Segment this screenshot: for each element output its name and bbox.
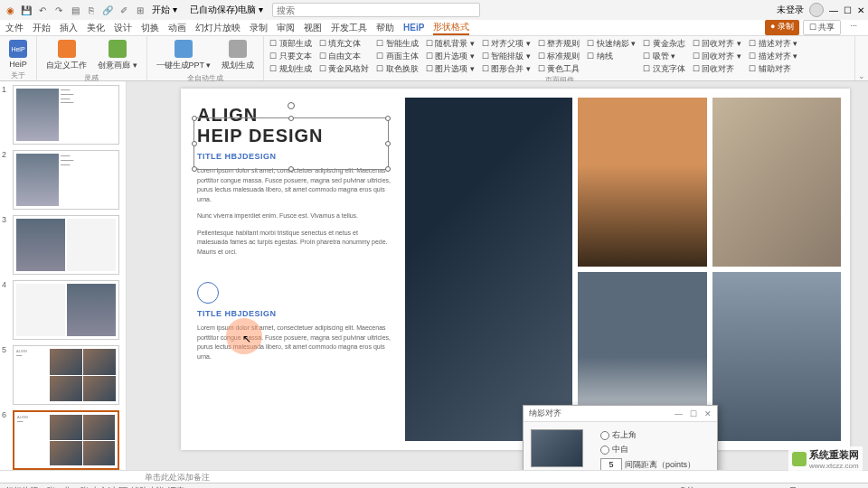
menu-view[interactable]: 视图 (304, 22, 322, 34)
thumbnail-5[interactable]: 5ALIGN━━━ (4, 345, 122, 405)
radio-center-row[interactable]: 中自 (600, 444, 710, 455)
rotate-handle[interactable] (288, 102, 295, 109)
ribbon-item[interactable]: ☐ 快速纳影 ▾ (587, 38, 636, 50)
ribbon-item[interactable]: ☐ 对齐父项 ▾ (482, 38, 531, 50)
ribbon-item[interactable]: ☐ 规划生成 (269, 63, 312, 75)
spacing-input[interactable] (600, 458, 622, 470)
collapse-ribbon-icon[interactable]: ⌄ (855, 36, 868, 80)
selection-box[interactable] (193, 117, 389, 170)
ribbon-item[interactable]: ☐ 顶部生成 (269, 38, 312, 50)
record-button[interactable]: ● 录制 (765, 20, 799, 35)
thumbnail-4[interactable]: 4 (4, 280, 122, 340)
plan-gen-button[interactable]: 规划生成 (218, 38, 258, 73)
ribbon-item[interactable]: ☐ 图片选项 ▾ (426, 63, 475, 75)
user-label[interactable]: 未登录 (777, 4, 804, 16)
menu-insert[interactable]: 插入 (60, 22, 78, 34)
slide-subtitle-2[interactable]: TITLE HBJDESIGN (197, 309, 391, 318)
qat-icon[interactable]: ⊞ (134, 4, 146, 16)
slide-para[interactable]: Nunc viverra imperdiet enim. Fusce est. … (197, 211, 391, 221)
ribbon-item[interactable]: ☐ 黄色工具 (538, 63, 580, 75)
slide-para[interactable]: Lorem ipsum dolor sit amet, consectetuer… (197, 166, 391, 204)
menu-heip[interactable]: HEiP (403, 23, 424, 33)
radio-topright-row[interactable]: 右上角 (600, 429, 710, 441)
ribbon-item[interactable]: ☐ 回收对齐 ▾ (693, 51, 741, 62)
thumbnail-1[interactable]: 1━━━━━━━━━━━━━━━━━━━━━━━━ (4, 85, 122, 145)
one-click-ppt-button[interactable]: 一键生成PPT ▾ (153, 38, 215, 73)
resize-handle[interactable] (192, 116, 197, 121)
qat-icon[interactable]: ▤ (69, 4, 81, 16)
maximize-icon[interactable]: ☐ (844, 5, 852, 15)
gallery-button[interactable]: 创意画廊 ▾ (94, 38, 141, 73)
redo-icon[interactable]: ↷ (52, 4, 65, 16)
slide-image[interactable] (405, 98, 572, 441)
resize-handle[interactable] (385, 116, 391, 121)
menu-design[interactable]: 设计 (114, 22, 132, 34)
qat-icon[interactable]: ✐ (118, 4, 130, 16)
ribbon-item[interactable]: ☐ 取色换肤 (376, 63, 419, 75)
close-icon[interactable]: ✕ (857, 5, 864, 15)
slide-image[interactable] (712, 98, 841, 267)
ribbon-item[interactable]: ☐ 黄金风格対 (319, 63, 370, 75)
menu-record[interactable]: 录制 (250, 22, 268, 34)
undo-icon[interactable]: ↶ (36, 4, 49, 16)
radio-center[interactable] (600, 446, 609, 455)
share-button[interactable]: ☐ 共享 (803, 20, 842, 35)
radio-topright[interactable] (600, 431, 609, 440)
slide-thumbnails[interactable]: 1━━━━━━━━━━━━━━━━━━━━━━━━ 2━━━━━━━━━━━━━… (0, 81, 127, 470)
mode-dropdown[interactable]: 开始 ▾ (152, 4, 177, 16)
menu-help[interactable]: 帮助 (376, 22, 394, 34)
notes-bar[interactable]: 单击此处添加备注 (0, 470, 868, 483)
menu-file[interactable]: 文件 (5, 22, 24, 34)
menu-slideshow[interactable]: 幻灯片放映 (195, 22, 241, 34)
ribbon-item[interactable]: ☐ 黄金杂志 (643, 38, 685, 50)
ribbon-item[interactable]: ☐ 描述对齐 ▾ (749, 51, 797, 62)
menu-shape-format[interactable]: 形状格式 (433, 21, 469, 35)
thumbnail-3[interactable]: 3 (4, 215, 122, 275)
ribbon-item[interactable]: ☐ 图片选项 ▾ (426, 51, 475, 62)
slide-para[interactable]: Lorem ipsum dolor sit amet, consectetuer… (197, 324, 391, 361)
resize-handle[interactable] (385, 166, 391, 172)
ribbon-item[interactable]: ☐ 图形合并 ▾ (482, 63, 531, 75)
slide-image[interactable] (578, 98, 706, 267)
ribbon-item[interactable]: ☐ 标准规则 (538, 51, 580, 62)
more-button[interactable]: ··· (844, 20, 863, 35)
slide-para[interactable]: Pellentesque habitant morbi tristique se… (197, 229, 391, 258)
menu-animations[interactable]: 动画 (168, 22, 186, 34)
dialog-close-icon[interactable]: ✕ (704, 409, 712, 418)
ribbon-item[interactable]: ☐ 纳线 (587, 51, 636, 62)
ribbon-item[interactable]: ☐ 画面主体 (376, 51, 419, 62)
ribbon-item[interactable]: ☐ 智能生成 (376, 38, 419, 50)
menu-home[interactable]: 开始 (33, 22, 51, 34)
qat-icon[interactable]: 🔗 (101, 4, 114, 16)
dialog-titlebar[interactable]: 纳影对齐 — ☐ ✕ (524, 406, 717, 422)
resize-handle[interactable] (288, 116, 294, 121)
thumbnail-6[interactable]: 6ALIGN━━━ (4, 410, 122, 470)
ribbon-item[interactable]: ☐ 辅助对齐 (749, 63, 797, 75)
dialog-maximize-icon[interactable]: ☐ (690, 409, 697, 418)
menu-beautify[interactable]: 美化 (87, 22, 105, 34)
ribbon-item[interactable]: ☐ 智能排版 ▾ (482, 51, 531, 62)
qat-icon[interactable]: ⎘ (85, 4, 98, 16)
save-icon[interactable]: 💾 (20, 4, 33, 16)
heip-about-button[interactable]: HeiPHeiP (5, 38, 31, 70)
thumbnail-2[interactable]: 2━━━━━━━━━━━━━━━━━ (4, 150, 122, 210)
ribbon-item[interactable]: ☐ 汉克字体 (643, 63, 685, 75)
ribbon-item[interactable]: ☐ 整齐规则 (538, 38, 580, 50)
slide-canvas[interactable]: ALIGN HEIP DESIGN TITLE HBJDESIGN Lorem … (127, 81, 868, 470)
menu-transitions[interactable]: 切换 (141, 22, 159, 34)
ribbon-item[interactable]: ☐ 吸管 ▾ (643, 51, 685, 62)
align-dialog[interactable]: 纳影对齐 — ☐ ✕ 左下角 中下 右上角 中自 (523, 405, 718, 470)
ribbon-item[interactable]: ☐ 填充文体 (319, 38, 370, 50)
dialog-minimize-icon[interactable]: — (675, 409, 683, 418)
avatar[interactable] (809, 3, 824, 17)
search-input[interactable] (272, 3, 480, 17)
ribbon-item[interactable]: ☐ 只要文本 (269, 51, 312, 62)
ribbon-item[interactable]: ☐ 描述对齐 ▾ (749, 38, 797, 50)
resize-handle[interactable] (192, 141, 197, 146)
ribbon-item[interactable]: ☐ 随机背景 ▾ (426, 38, 475, 50)
slide-image[interactable] (712, 272, 841, 441)
ribbon-item[interactable]: ☐ 自由文本 (319, 51, 370, 62)
ribbon-item[interactable]: ☐ 回收对齐 ▾ (693, 38, 741, 50)
resize-handle[interactable] (192, 166, 197, 172)
ribbon-item[interactable]: ☐ 回收对齐 (693, 63, 741, 75)
